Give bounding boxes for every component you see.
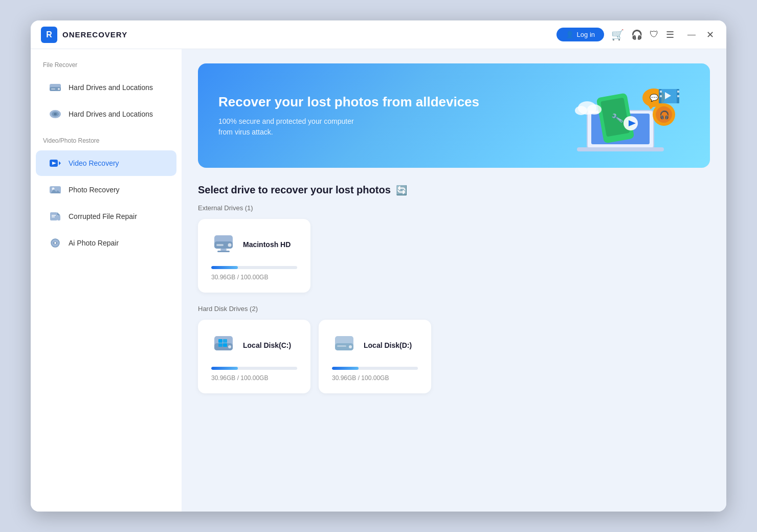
local-d-progress: [332, 367, 418, 370]
sidebar-section-video-photo: Video/Photo Restore: [31, 137, 182, 149]
section-title-row: Select drive to recover your lost photos…: [198, 184, 710, 196]
sidebar-section-file-recover: File Recover: [31, 61, 182, 74]
svg-rect-48: [216, 244, 224, 246]
menu-icon[interactable]: ☰: [666, 29, 674, 40]
svg-rect-55: [218, 343, 222, 347]
hdd-drives-label: Hard Disk Drives (2): [198, 305, 710, 313]
sidebar-item-ai-photo-label: Ai Photo Repair: [69, 239, 119, 247]
refresh-icon[interactable]: 🔄: [396, 185, 407, 196]
svg-marker-14: [57, 212, 60, 215]
drive-card-local-d[interactable]: Local Disk(D:) 30.96GB / 100.00GB: [319, 320, 431, 393]
external-drives-cards: Macintosh HD 30.96GB / 100.00GB: [198, 219, 710, 293]
sidebar-item-video-recovery[interactable]: Video Recovery: [36, 150, 176, 176]
svg-rect-41: [660, 95, 662, 97]
sidebar-item-corrupted-file-label: Corrupted File Repair: [69, 212, 137, 220]
svg-point-33: [575, 106, 587, 115]
sidebar-item-hard-drives-2[interactable]: Hard Drives and Locations: [36, 101, 176, 127]
sidebar-item-hard-drives-2-label: Hard Drives and Locations: [69, 110, 153, 118]
sidebar-item-photo-recovery-label: Photo Recovery: [69, 186, 120, 194]
macintosh-hd-name: Macintosh HD: [243, 240, 291, 249]
main-layout: File Recover Hard Drives and Locations: [31, 49, 726, 512]
svg-point-19: [54, 242, 56, 244]
local-c-fill: [211, 367, 238, 370]
user-icon: 👤: [566, 31, 574, 38]
svg-rect-43: [677, 95, 679, 97]
svg-rect-61: [337, 345, 346, 347]
local-c-icon: [211, 331, 236, 360]
svg-rect-53: [218, 339, 222, 343]
minimize-button[interactable]: —: [685, 29, 698, 41]
titlebar-left: R ONERECOVERY: [41, 27, 127, 43]
local-c-name: Local Disk(C:): [243, 341, 291, 349]
svg-rect-3: [51, 88, 55, 90]
local-d-icon: [332, 331, 357, 360]
shield-icon[interactable]: 🛡: [650, 29, 659, 40]
svg-rect-50: [217, 251, 230, 252]
drive-card-top: Macintosh HD: [211, 230, 297, 259]
sidebar-item-photo-recovery[interactable]: Photo Recovery: [36, 177, 176, 203]
svg-point-32: [587, 104, 602, 115]
macintosh-hd-icon: [211, 230, 236, 259]
svg-text:💬: 💬: [650, 94, 659, 102]
hard-drive-2-icon: [48, 107, 62, 121]
sidebar-item-video-recovery-label: Video Recovery: [69, 159, 119, 167]
svg-point-6: [54, 113, 57, 116]
app-window: R ONERECOVERY 👤 Log in 🛒 🎧 🛡 ☰ — ✕ File …: [31, 20, 726, 512]
local-c-size: 30.96GB / 100.00GB: [211, 374, 268, 382]
window-controls: — ✕: [685, 29, 716, 41]
corrupted-file-icon: [48, 209, 62, 224]
svg-rect-21: [577, 147, 664, 151]
headset-icon[interactable]: 🎧: [631, 29, 642, 40]
svg-rect-54: [223, 339, 227, 343]
hard-drive-1-icon: [48, 80, 62, 95]
local-d-size: 30.96GB / 100.00GB: [332, 374, 389, 382]
drive-card-local-c[interactable]: Local Disk(C:) 30.96GB / 100.00GB: [198, 320, 310, 393]
external-drives-label: External Drives (1): [198, 204, 710, 212]
photo-recovery-icon: [48, 183, 62, 197]
svg-rect-40: [660, 91, 662, 93]
svg-rect-49: [220, 249, 227, 251]
sidebar-item-corrupted-file[interactable]: Corrupted File Repair: [36, 204, 176, 229]
banner: Recover your lost photos from alldevices…: [198, 63, 710, 168]
svg-point-57: [228, 345, 231, 348]
svg-text:🎧: 🎧: [659, 110, 670, 120]
svg-rect-13: [50, 212, 57, 220]
svg-point-2: [58, 88, 60, 90]
macintosh-hd-fill: [211, 266, 238, 269]
sidebar-item-hard-drives-1[interactable]: Hard Drives and Locations: [36, 75, 176, 100]
banner-illustration: 🔧 💬 �: [546, 80, 689, 151]
banner-text: Recover your lost photos from alldevices…: [218, 94, 479, 138]
macintosh-hd-size: 30.96GB / 100.00GB: [211, 274, 268, 281]
sidebar-item-ai-photo[interactable]: Ai Photo Repair: [36, 230, 176, 256]
titlebar: R ONERECOVERY 👤 Log in 🛒 🎧 🛡 ☰ — ✕: [31, 20, 726, 49]
local-c-progress: [211, 367, 297, 370]
hdd-drive-cards: Local Disk(C:) 30.96GB / 100.00GB: [198, 320, 710, 393]
macintosh-hd-progress: [211, 266, 297, 269]
video-recovery-icon: [48, 156, 62, 170]
cart-icon[interactable]: 🛒: [611, 29, 624, 41]
sidebar: File Recover Hard Drives and Locations: [31, 49, 182, 512]
content-area: Recover your lost photos from alldevices…: [182, 49, 726, 512]
svg-rect-15: [57, 215, 60, 220]
svg-rect-56: [223, 343, 227, 347]
app-title: ONERECOVERY: [62, 30, 127, 39]
titlebar-right: 👤 Log in 🛒 🎧 🛡 ☰ — ✕: [556, 28, 716, 41]
local-d-fill: [332, 367, 359, 370]
svg-rect-42: [677, 91, 679, 93]
svg-point-60: [349, 345, 352, 348]
drive-card-macintosh-hd[interactable]: Macintosh HD 30.96GB / 100.00GB: [198, 219, 310, 293]
svg-marker-8: [59, 161, 61, 165]
close-button[interactable]: ✕: [704, 29, 716, 41]
local-d-name: Local Disk(D:): [364, 341, 412, 349]
login-button[interactable]: 👤 Log in: [556, 28, 604, 41]
drive-card-d-top: Local Disk(D:): [332, 331, 418, 360]
banner-heading: Recover your lost photos from alldevices: [218, 94, 479, 111]
drive-card-c-top: Local Disk(C:): [211, 331, 297, 360]
sidebar-item-hard-drives-1-label: Hard Drives and Locations: [69, 83, 153, 92]
drive-section-title: Select drive to recover your lost photos: [198, 184, 391, 196]
ai-photo-icon: [48, 236, 62, 250]
app-logo: R: [41, 27, 57, 43]
banner-subtext: 100% secure and protected your computerf…: [218, 116, 479, 138]
svg-point-47: [228, 243, 232, 247]
